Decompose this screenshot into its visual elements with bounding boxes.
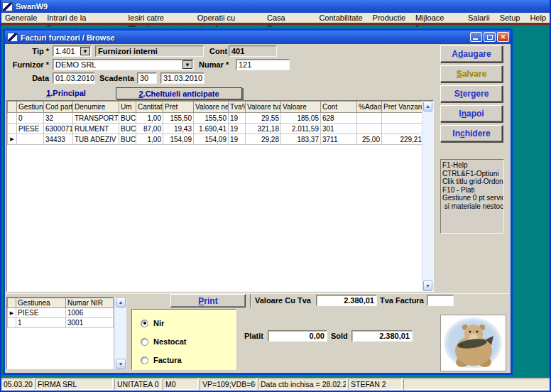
nir-vertical-scrollbar[interactable]: ▲ ▼ (114, 297, 126, 369)
grid-cell[interactable] (382, 124, 424, 134)
grid-header-denumire[interactable]: Denumire (73, 102, 119, 113)
scadenta-days-field[interactable]: 30 (137, 72, 157, 84)
row-selector[interactable] (8, 124, 17, 134)
grid-cell[interactable]: 32 (44, 113, 73, 124)
row-selector[interactable] (8, 318, 16, 328)
menu-operatii-stoc[interactable]: Operatii cu stocul (192, 13, 262, 23)
grid-cell[interactable]: 34433 (44, 134, 73, 145)
nir-header-numar[interactable]: Numar NIR (66, 298, 114, 308)
grid-header-adaos[interactable]: %Adaos (357, 102, 382, 113)
radio-icon[interactable] (141, 320, 148, 327)
scroll-down-icon[interactable]: ▼ (423, 281, 432, 291)
grid-cell[interactable]: 155,50 (163, 113, 194, 124)
grid-header-valoare-net[interactable]: Valoare net (194, 102, 229, 113)
menu-intrari-furnizori[interactable]: Intrari de la Furnizori (42, 13, 123, 23)
grid-cell[interactable]: 229,21 (382, 134, 424, 145)
radio-option-factura[interactable]: Factura (141, 356, 182, 364)
grid-cell[interactable] (382, 113, 424, 124)
grid-cell[interactable]: RULMENT (73, 124, 119, 134)
grid-cell[interactable]: 183,37 (281, 134, 321, 145)
nir-header-gestiunea[interactable]: Gestiunea (16, 298, 66, 308)
grid-header-cont[interactable]: Cont (321, 102, 357, 113)
nir-cell[interactable]: PIESE (16, 308, 66, 318)
menu-mijloace-fixe[interactable]: Mijloace fixe (410, 13, 463, 23)
scroll-up-icon[interactable]: ▲ (116, 297, 126, 307)
grid-header-selector[interactable] (8, 102, 17, 113)
grid-header-cantitate[interactable]: Cantitate (136, 102, 163, 113)
grid-cell[interactable]: 6300071 (44, 124, 73, 134)
tip-dropdown-icon[interactable]: ▼ (80, 47, 90, 55)
scadenta-date-field[interactable]: 31.03.2010 (160, 72, 204, 84)
maximize-button[interactable] (484, 32, 496, 42)
grid-cell[interactable]: TRANSPORT (73, 113, 119, 124)
grid-cell[interactable] (357, 113, 382, 124)
grid-cell[interactable]: 25,00 (357, 134, 382, 145)
grid-cell[interactable]: 19 (229, 124, 246, 134)
nir-cell[interactable]: 1006 (66, 308, 114, 318)
current-row-pointer-icon[interactable]: ▶ (8, 134, 17, 145)
inapoi-button[interactable]: Inapoi (440, 105, 503, 122)
menu-salarii[interactable]: Salarii (463, 13, 495, 23)
nir-cell[interactable]: 3001 (66, 318, 114, 328)
grid-cell[interactable]: 19 (229, 134, 246, 145)
grid-cell[interactable]: 1.690,41 (194, 124, 229, 134)
furnizor-combobox[interactable]: DEMO SRL▼ (53, 59, 194, 70)
menu-help[interactable]: Help (525, 13, 551, 23)
grid-cell-selected[interactable]: 1 (17, 134, 44, 145)
stergere-button[interactable]: Stergere (440, 85, 503, 102)
grid-header-pret[interactable]: Pret (163, 102, 194, 113)
menu-generale[interactable]: Generale (0, 13, 42, 23)
grid-cell[interactable]: PIESE (17, 124, 44, 134)
furnizor-dropdown-icon[interactable]: ▼ (182, 60, 192, 69)
radio-icon[interactable] (141, 356, 148, 364)
grid-header-gestiune[interactable]: Gestiune (17, 102, 44, 113)
grid-cell[interactable]: 2.011,59 (281, 124, 321, 134)
inchidere-button[interactable]: Inchidere (440, 125, 503, 142)
grid-cell[interactable]: 185,05 (281, 113, 321, 124)
grid-cell[interactable]: 1,00 (136, 113, 163, 124)
menu-contabilitate[interactable]: Contabilitate (314, 13, 367, 23)
radio-option-nir[interactable]: Nir (141, 319, 164, 327)
grid-cell[interactable]: 0 (17, 113, 44, 124)
radio-option-nestocat[interactable]: Nestocat (141, 337, 186, 346)
grid-cell[interactable]: 87,00 (136, 124, 163, 134)
grid-cell[interactable]: TUB ADEZIV (73, 134, 119, 145)
grid-cell[interactable]: 19,43 (163, 124, 194, 134)
row-selector[interactable] (8, 113, 17, 124)
nir-cell[interactable]: 1 (16, 318, 66, 328)
menu-productie[interactable]: Productie (368, 13, 410, 23)
scroll-up-icon[interactable]: ▲ (423, 101, 432, 111)
grid-header-cod-part[interactable]: Cod part (44, 102, 73, 113)
data-field[interactable]: 01.03.2010 (53, 72, 95, 84)
radio-icon[interactable] (141, 338, 148, 346)
menu-setup[interactable]: Setup (495, 13, 525, 23)
grid-cell[interactable]: 19 (229, 113, 246, 124)
menu-iesiri-clienti[interactable]: Iesiri catre Clienti (123, 13, 192, 23)
tip-combobox[interactable]: 1.401▼ (53, 45, 92, 57)
grid-header-tva[interactable]: Tva% (229, 102, 246, 113)
close-button[interactable]: ✕ (497, 32, 509, 42)
grid-vertical-scrollbar[interactable]: ▲ ▼ (422, 101, 433, 291)
grid-header-valoare-tva[interactable]: Valoare tva (246, 102, 281, 113)
grid-header-um[interactable]: Um (119, 102, 136, 113)
grid-cell[interactable]: BUC (119, 124, 136, 134)
minimize-button[interactable] (470, 32, 482, 42)
salvare-button[interactable]: Salvare (440, 65, 503, 82)
grid-cell[interactable]: 154,09 (194, 134, 229, 145)
grid-cell[interactable]: 628 (321, 113, 357, 124)
grid-cell[interactable]: BUC (119, 134, 136, 145)
grid-cell[interactable]: 155,50 (194, 113, 229, 124)
grid-cell[interactable]: 154,09 (163, 134, 194, 145)
grid-header-valoare[interactable]: Valoare (281, 102, 321, 113)
menu-casa-banca[interactable]: Casa Banca (262, 13, 314, 23)
grid-cell[interactable]: 29,55 (246, 113, 281, 124)
numar-field[interactable]: 121 (236, 59, 290, 70)
adaugare-button[interactable]: Adaugare (440, 45, 503, 62)
grid-cell[interactable] (357, 124, 382, 134)
grid-cell[interactable]: 29,28 (246, 134, 281, 145)
grid-cell[interactable]: BUC (119, 113, 136, 124)
grid-cell[interactable]: 301 (321, 124, 357, 134)
scroll-down-icon[interactable]: ▼ (116, 359, 126, 369)
print-button[interactable]: Print (170, 294, 246, 307)
grid-cell[interactable]: 321,18 (246, 124, 281, 134)
